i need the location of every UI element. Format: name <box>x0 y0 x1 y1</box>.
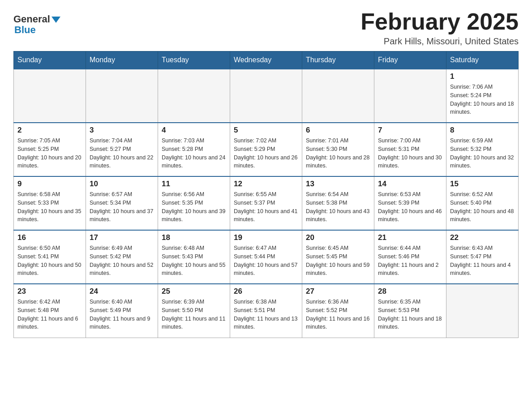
day-number: 27 <box>306 287 370 296</box>
day-number: 19 <box>234 233 298 242</box>
logo: General Blue <box>13 13 60 36</box>
calendar-day-cell: 25Sunrise: 6:39 AMSunset: 5:50 PMDayligh… <box>158 284 230 338</box>
day-number: 7 <box>378 126 442 135</box>
calendar-day-cell: 21Sunrise: 6:44 AMSunset: 5:46 PMDayligh… <box>374 230 446 284</box>
calendar-day-cell: 18Sunrise: 6:48 AMSunset: 5:43 PMDayligh… <box>158 230 230 284</box>
day-number: 5 <box>234 126 298 135</box>
day-number: 8 <box>450 126 515 135</box>
calendar-day-cell: 15Sunrise: 6:52 AMSunset: 5:40 PMDayligh… <box>446 176 519 230</box>
day-number: 1 <box>450 72 515 81</box>
day-number: 26 <box>234 287 298 296</box>
calendar-day-cell: 9Sunrise: 6:58 AMSunset: 5:33 PMDaylight… <box>14 176 86 230</box>
calendar-day-cell: 3Sunrise: 7:04 AMSunset: 5:27 PMDaylight… <box>86 123 158 176</box>
calendar-day-cell: 16Sunrise: 6:50 AMSunset: 5:41 PMDayligh… <box>14 230 86 284</box>
calendar-day-cell: 5Sunrise: 7:02 AMSunset: 5:29 PMDaylight… <box>230 123 302 176</box>
day-info: Sunrise: 6:48 AMSunset: 5:43 PMDaylight:… <box>162 244 226 278</box>
calendar-day-cell <box>158 69 230 123</box>
calendar-day-cell <box>374 69 446 123</box>
day-number: 3 <box>90 126 154 135</box>
calendar-header-row: SundayMondayTuesdayWednesdayThursdayFrid… <box>14 51 519 69</box>
calendar-day-cell: 19Sunrise: 6:47 AMSunset: 5:44 PMDayligh… <box>230 230 302 284</box>
calendar-day-cell: 1Sunrise: 7:06 AMSunset: 5:24 PMDaylight… <box>446 69 519 123</box>
day-info: Sunrise: 6:55 AMSunset: 5:37 PMDaylight:… <box>234 190 298 224</box>
day-number: 15 <box>450 180 515 188</box>
calendar-day-cell: 4Sunrise: 7:03 AMSunset: 5:28 PMDaylight… <box>158 123 230 176</box>
calendar-day-cell: 26Sunrise: 6:38 AMSunset: 5:51 PMDayligh… <box>230 284 302 338</box>
day-info: Sunrise: 6:53 AMSunset: 5:39 PMDaylight:… <box>378 190 442 224</box>
day-number: 16 <box>17 233 82 242</box>
calendar-title: February 2025 <box>360 9 519 34</box>
day-info: Sunrise: 7:03 AMSunset: 5:28 PMDaylight:… <box>162 137 226 170</box>
title-section: February 2025 Park Hills, Missouri, Unit… <box>360 9 519 47</box>
calendar-day-cell: 13Sunrise: 6:54 AMSunset: 5:38 PMDayligh… <box>302 176 374 230</box>
day-number: 2 <box>17 126 82 135</box>
day-info: Sunrise: 7:05 AMSunset: 5:25 PMDaylight:… <box>17 137 82 170</box>
day-number: 18 <box>162 233 226 242</box>
calendar-day-header: Tuesday <box>158 51 230 69</box>
calendar-day-cell: 22Sunrise: 6:43 AMSunset: 5:47 PMDayligh… <box>446 230 519 284</box>
calendar-day-cell: 6Sunrise: 7:01 AMSunset: 5:30 PMDaylight… <box>302 123 374 176</box>
calendar-day-header: Friday <box>374 51 446 69</box>
day-number: 9 <box>17 180 82 188</box>
calendar-day-header: Sunday <box>14 51 86 69</box>
day-info: Sunrise: 6:43 AMSunset: 5:47 PMDaylight:… <box>450 244 515 278</box>
day-info: Sunrise: 6:52 AMSunset: 5:40 PMDaylight:… <box>450 190 515 224</box>
day-info: Sunrise: 6:36 AMSunset: 5:52 PMDaylight:… <box>306 298 370 331</box>
day-number: 24 <box>90 287 154 296</box>
day-info: Sunrise: 7:01 AMSunset: 5:30 PMDaylight:… <box>306 137 370 170</box>
calendar-day-cell: 12Sunrise: 6:55 AMSunset: 5:37 PMDayligh… <box>230 176 302 230</box>
calendar-day-cell: 20Sunrise: 6:45 AMSunset: 5:45 PMDayligh… <box>302 230 374 284</box>
calendar-table: SundayMondayTuesdayWednesdayThursdayFrid… <box>13 51 519 338</box>
day-number: 28 <box>378 287 442 296</box>
day-number: 20 <box>306 233 370 242</box>
calendar-day-cell: 7Sunrise: 7:00 AMSunset: 5:31 PMDaylight… <box>374 123 446 176</box>
calendar-day-cell: 10Sunrise: 6:57 AMSunset: 5:34 PMDayligh… <box>86 176 158 230</box>
calendar-day-cell: 14Sunrise: 6:53 AMSunset: 5:39 PMDayligh… <box>374 176 446 230</box>
calendar-day-cell: 17Sunrise: 6:49 AMSunset: 5:42 PMDayligh… <box>86 230 158 284</box>
day-number: 17 <box>90 233 154 242</box>
day-info: Sunrise: 6:56 AMSunset: 5:35 PMDaylight:… <box>162 190 226 224</box>
day-number: 25 <box>162 287 226 296</box>
calendar-subtitle: Park Hills, Missouri, United States <box>360 36 519 47</box>
day-number: 11 <box>162 180 226 188</box>
day-info: Sunrise: 6:49 AMSunset: 5:42 PMDaylight:… <box>90 244 154 278</box>
day-info: Sunrise: 7:00 AMSunset: 5:31 PMDaylight:… <box>378 137 442 170</box>
page-header: General Blue February 2025 Park Hills, M… <box>13 9 519 47</box>
day-info: Sunrise: 6:39 AMSunset: 5:50 PMDaylight:… <box>162 298 226 331</box>
day-info: Sunrise: 7:06 AMSunset: 5:24 PMDaylight:… <box>450 83 515 116</box>
calendar-day-cell: 24Sunrise: 6:40 AMSunset: 5:49 PMDayligh… <box>86 284 158 338</box>
day-info: Sunrise: 6:47 AMSunset: 5:44 PMDaylight:… <box>234 244 298 278</box>
day-info: Sunrise: 7:02 AMSunset: 5:29 PMDaylight:… <box>234 137 298 170</box>
day-info: Sunrise: 6:58 AMSunset: 5:33 PMDaylight:… <box>17 190 82 224</box>
calendar-day-header: Thursday <box>302 51 374 69</box>
calendar-day-cell <box>14 69 86 123</box>
day-number: 4 <box>162 126 226 135</box>
day-info: Sunrise: 6:44 AMSunset: 5:46 PMDaylight:… <box>378 244 442 278</box>
calendar-week-row: 2Sunrise: 7:05 AMSunset: 5:25 PMDaylight… <box>14 123 519 176</box>
logo-general: General <box>13 13 60 25</box>
day-number: 13 <box>306 180 370 188</box>
day-info: Sunrise: 6:40 AMSunset: 5:49 PMDaylight:… <box>90 298 154 331</box>
logo-blue-text: Blue <box>14 24 36 36</box>
day-info: Sunrise: 7:04 AMSunset: 5:27 PMDaylight:… <box>90 137 154 170</box>
calendar-week-row: 23Sunrise: 6:42 AMSunset: 5:48 PMDayligh… <box>14 284 519 338</box>
day-number: 21 <box>378 233 442 242</box>
day-info: Sunrise: 6:54 AMSunset: 5:38 PMDaylight:… <box>306 190 370 224</box>
day-number: 23 <box>17 287 82 296</box>
day-info: Sunrise: 6:42 AMSunset: 5:48 PMDaylight:… <box>17 298 82 331</box>
day-info: Sunrise: 6:35 AMSunset: 5:53 PMDaylight:… <box>378 298 442 331</box>
calendar-day-cell: 8Sunrise: 6:59 AMSunset: 5:32 PMDaylight… <box>446 123 519 176</box>
calendar-week-row: 1Sunrise: 7:06 AMSunset: 5:24 PMDaylight… <box>14 69 519 123</box>
day-number: 6 <box>306 126 370 135</box>
calendar-day-cell: 11Sunrise: 6:56 AMSunset: 5:35 PMDayligh… <box>158 176 230 230</box>
calendar-day-cell: 27Sunrise: 6:36 AMSunset: 5:52 PMDayligh… <box>302 284 374 338</box>
day-number: 10 <box>90 180 154 188</box>
logo-general-text: General <box>13 13 50 25</box>
day-info: Sunrise: 6:57 AMSunset: 5:34 PMDaylight:… <box>90 190 154 224</box>
day-info: Sunrise: 6:50 AMSunset: 5:41 PMDaylight:… <box>17 244 82 278</box>
calendar-day-header: Wednesday <box>230 51 302 69</box>
day-number: 12 <box>234 180 298 188</box>
calendar-day-cell: 28Sunrise: 6:35 AMSunset: 5:53 PMDayligh… <box>374 284 446 338</box>
day-number: 14 <box>378 180 442 188</box>
calendar-day-header: Monday <box>86 51 158 69</box>
